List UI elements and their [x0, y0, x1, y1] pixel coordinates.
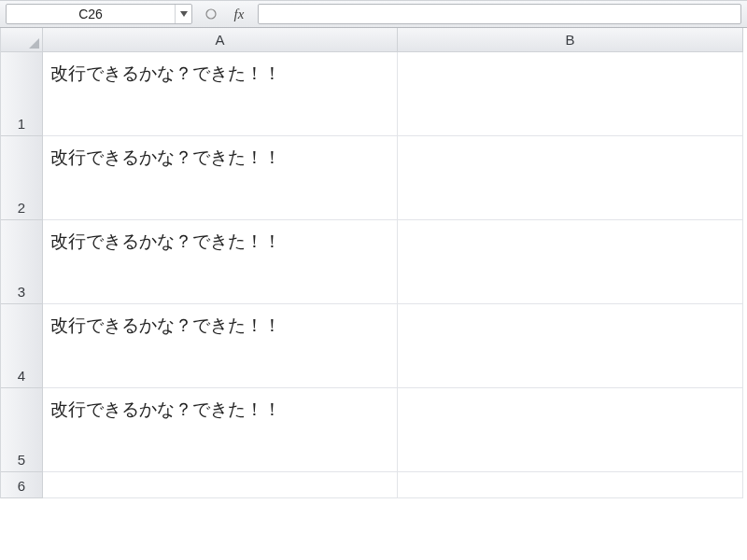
- name-box-value: C26: [7, 5, 175, 23]
- cell-A2[interactable]: 改行できるかな？できた！！: [43, 136, 398, 220]
- row-header-6[interactable]: 6: [1, 472, 43, 498]
- cancel-button: [200, 4, 222, 24]
- name-box-dropdown-icon[interactable]: [175, 5, 191, 23]
- row-header-1[interactable]: 1: [1, 52, 43, 136]
- formula-input[interactable]: [258, 4, 741, 24]
- cell-B5[interactable]: [398, 388, 743, 472]
- svg-point-0: [206, 9, 216, 19]
- cell-A5[interactable]: 改行できるかな？できた！！: [43, 388, 398, 472]
- row-header-4[interactable]: 4: [1, 304, 43, 388]
- cell-B1[interactable]: [398, 52, 743, 136]
- row-header-5[interactable]: 5: [1, 388, 43, 472]
- column-header-B[interactable]: B: [398, 28, 743, 52]
- name-box[interactable]: C26: [6, 4, 192, 24]
- formula-controls: fx: [192, 1, 258, 27]
- column-header-A[interactable]: A: [43, 28, 398, 52]
- cell-B2[interactable]: [398, 136, 743, 220]
- cell-B4[interactable]: [398, 304, 743, 388]
- spreadsheet-grid[interactable]: A B 1改行できるかな？できた！！2改行できるかな？できた！！3改行できるかな…: [0, 28, 747, 498]
- cell-B3[interactable]: [398, 220, 743, 304]
- row-header-2[interactable]: 2: [1, 136, 43, 220]
- fx-icon: fx: [234, 7, 245, 22]
- cell-B6[interactable]: [398, 472, 743, 498]
- select-all-corner[interactable]: [1, 28, 43, 52]
- fx-button[interactable]: fx: [228, 4, 250, 24]
- cell-A4[interactable]: 改行できるかな？できた！！: [43, 304, 398, 388]
- formula-bar: C26 fx: [0, 0, 747, 28]
- cell-A6[interactable]: [43, 472, 398, 498]
- cell-A1[interactable]: 改行できるかな？できた！！: [43, 52, 398, 136]
- cell-A3[interactable]: 改行できるかな？できた！！: [43, 220, 398, 304]
- row-header-3[interactable]: 3: [1, 220, 43, 304]
